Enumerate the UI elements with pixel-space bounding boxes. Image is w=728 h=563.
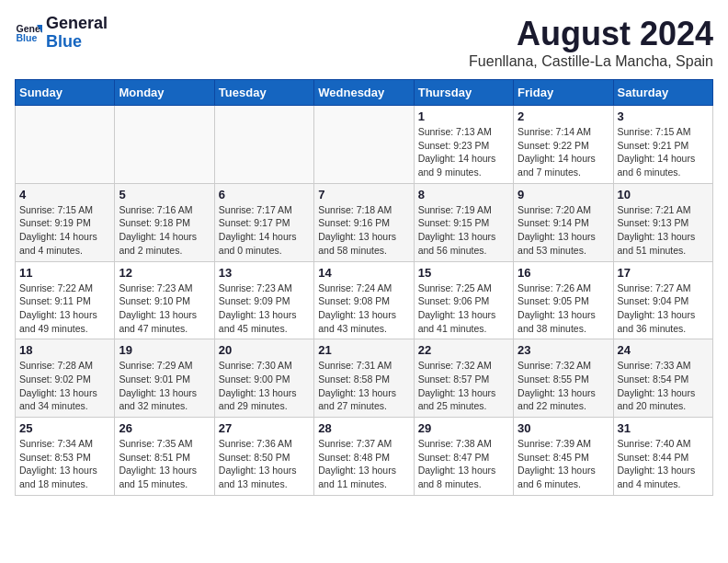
day-info: Sunrise: 7:26 AM Sunset: 9:05 PM Dayligh… (518, 282, 609, 336)
day-number: 21 (318, 343, 409, 357)
day-number: 5 (119, 188, 210, 201)
calendar-cell: 13Sunrise: 7:23 AM Sunset: 9:09 PM Dayli… (214, 261, 313, 339)
day-number: 15 (418, 266, 509, 280)
day-number: 8 (418, 188, 509, 201)
day-info: Sunrise: 7:27 AM Sunset: 9:04 PM Dayligh… (618, 282, 709, 336)
day-number: 10 (618, 188, 709, 201)
day-number: 3 (618, 109, 709, 123)
calendar-cell: 9Sunrise: 7:20 AM Sunset: 9:14 PM Daylig… (514, 183, 613, 261)
calendar-cell (115, 106, 214, 184)
calendar-cell: 11Sunrise: 7:22 AM Sunset: 9:11 PM Dayli… (16, 261, 115, 339)
day-info: Sunrise: 7:35 AM Sunset: 8:51 PM Dayligh… (119, 437, 210, 491)
day-info: Sunrise: 7:18 AM Sunset: 9:16 PM Dayligh… (318, 203, 409, 258)
day-of-week-thursday: Thursday (414, 80, 513, 106)
day-info: Sunrise: 7:39 AM Sunset: 8:45 PM Dayligh… (518, 437, 609, 491)
day-info: Sunrise: 7:22 AM Sunset: 9:11 PM Dayligh… (19, 282, 110, 336)
logo: General Blue General Blue (15, 15, 108, 52)
day-info: Sunrise: 7:15 AM Sunset: 9:19 PM Dayligh… (19, 203, 110, 258)
calendar-cell: 3Sunrise: 7:15 AM Sunset: 9:21 PM Daylig… (613, 106, 712, 184)
day-number: 6 (219, 188, 310, 201)
day-number: 26 (119, 421, 210, 435)
day-number: 31 (618, 421, 709, 435)
calendar-cell: 24Sunrise: 7:33 AM Sunset: 8:54 PM Dayli… (613, 339, 712, 418)
day-number: 25 (19, 421, 110, 435)
calendar-cell: 23Sunrise: 7:32 AM Sunset: 8:55 PM Dayli… (514, 339, 613, 418)
day-number: 24 (618, 343, 709, 357)
day-number: 30 (518, 421, 609, 435)
day-info: Sunrise: 7:23 AM Sunset: 9:09 PM Dayligh… (219, 282, 310, 336)
day-info: Sunrise: 7:33 AM Sunset: 8:54 PM Dayligh… (618, 359, 709, 413)
day-number: 13 (219, 266, 310, 280)
calendar-cell: 6Sunrise: 7:17 AM Sunset: 9:17 PM Daylig… (214, 183, 313, 261)
calendar: SundayMondayTuesdayWednesdayThursdayFrid… (15, 79, 713, 496)
day-info: Sunrise: 7:25 AM Sunset: 9:06 PM Dayligh… (418, 282, 509, 336)
day-info: Sunrise: 7:13 AM Sunset: 9:23 PM Dayligh… (418, 125, 509, 179)
day-number: 27 (219, 421, 310, 435)
calendar-cell: 17Sunrise: 7:27 AM Sunset: 9:04 PM Dayli… (613, 261, 712, 339)
day-info: Sunrise: 7:30 AM Sunset: 9:00 PM Dayligh… (219, 359, 310, 413)
calendar-week-5: 25Sunrise: 7:34 AM Sunset: 8:53 PM Dayli… (16, 418, 713, 496)
calendar-cell: 21Sunrise: 7:31 AM Sunset: 8:58 PM Dayli… (314, 339, 414, 418)
day-number: 22 (418, 343, 509, 357)
day-of-week-saturday: Saturday (613, 80, 712, 106)
day-number: 1 (418, 109, 509, 123)
header: General Blue General Blue August 2024 Fu… (15, 15, 713, 70)
calendar-cell: 26Sunrise: 7:35 AM Sunset: 8:51 PM Dayli… (115, 418, 214, 496)
calendar-cell: 22Sunrise: 7:32 AM Sunset: 8:57 PM Dayli… (414, 339, 513, 418)
calendar-week-3: 11Sunrise: 7:22 AM Sunset: 9:11 PM Dayli… (16, 261, 713, 339)
day-number: 29 (418, 421, 509, 435)
day-info: Sunrise: 7:28 AM Sunset: 9:02 PM Dayligh… (19, 359, 110, 413)
day-info: Sunrise: 7:23 AM Sunset: 9:10 PM Dayligh… (119, 282, 210, 336)
day-info: Sunrise: 7:36 AM Sunset: 8:50 PM Dayligh… (219, 437, 310, 491)
calendar-cell: 5Sunrise: 7:16 AM Sunset: 9:18 PM Daylig… (115, 183, 214, 261)
location: Fuenllana, Castille-La Mancha, Spain (469, 53, 713, 70)
calendar-cell (314, 106, 414, 184)
day-info: Sunrise: 7:17 AM Sunset: 9:17 PM Dayligh… (219, 203, 310, 258)
calendar-week-4: 18Sunrise: 7:28 AM Sunset: 9:02 PM Dayli… (16, 339, 713, 418)
day-info: Sunrise: 7:24 AM Sunset: 9:08 PM Dayligh… (318, 282, 409, 336)
day-of-week-monday: Monday (115, 80, 214, 106)
calendar-cell: 7Sunrise: 7:18 AM Sunset: 9:16 PM Daylig… (314, 183, 414, 261)
calendar-cell: 15Sunrise: 7:25 AM Sunset: 9:06 PM Dayli… (414, 261, 513, 339)
day-number: 18 (19, 343, 110, 357)
day-info: Sunrise: 7:19 AM Sunset: 9:15 PM Dayligh… (418, 203, 509, 258)
day-info: Sunrise: 7:32 AM Sunset: 8:57 PM Dayligh… (418, 359, 509, 413)
calendar-cell: 28Sunrise: 7:37 AM Sunset: 8:48 PM Dayli… (314, 418, 414, 496)
calendar-cell: 10Sunrise: 7:21 AM Sunset: 9:13 PM Dayli… (613, 183, 712, 261)
day-number: 16 (518, 266, 609, 280)
logo-blue: Blue (46, 33, 108, 52)
day-info: Sunrise: 7:20 AM Sunset: 9:14 PM Dayligh… (518, 203, 609, 258)
calendar-cell: 30Sunrise: 7:39 AM Sunset: 8:45 PM Dayli… (514, 418, 613, 496)
day-number: 23 (518, 343, 609, 357)
day-of-week-friday: Friday (514, 80, 613, 106)
day-info: Sunrise: 7:15 AM Sunset: 9:21 PM Dayligh… (618, 125, 709, 179)
day-info: Sunrise: 7:32 AM Sunset: 8:55 PM Dayligh… (518, 359, 609, 413)
day-number: 20 (219, 343, 310, 357)
calendar-cell: 27Sunrise: 7:36 AM Sunset: 8:50 PM Dayli… (214, 418, 313, 496)
day-info: Sunrise: 7:38 AM Sunset: 8:47 PM Dayligh… (418, 437, 509, 491)
calendar-cell: 31Sunrise: 7:40 AM Sunset: 8:44 PM Dayli… (613, 418, 712, 496)
day-of-week-sunday: Sunday (16, 80, 115, 106)
day-number: 28 (318, 421, 409, 435)
calendar-cell: 16Sunrise: 7:26 AM Sunset: 9:05 PM Dayli… (514, 261, 613, 339)
calendar-cell: 4Sunrise: 7:15 AM Sunset: 9:19 PM Daylig… (16, 183, 115, 261)
calendar-week-1: 1Sunrise: 7:13 AM Sunset: 9:23 PM Daylig… (16, 106, 713, 184)
calendar-header-row: SundayMondayTuesdayWednesdayThursdayFrid… (16, 80, 713, 106)
day-info: Sunrise: 7:14 AM Sunset: 9:22 PM Dayligh… (518, 125, 609, 179)
day-info: Sunrise: 7:31 AM Sunset: 8:58 PM Dayligh… (318, 359, 409, 413)
day-number: 11 (19, 266, 110, 280)
day-info: Sunrise: 7:21 AM Sunset: 9:13 PM Dayligh… (618, 203, 709, 258)
logo-general: General (46, 15, 108, 33)
day-info: Sunrise: 7:16 AM Sunset: 9:18 PM Dayligh… (119, 203, 210, 258)
day-number: 17 (618, 266, 709, 280)
calendar-cell (16, 106, 115, 184)
svg-text:Blue: Blue (17, 32, 38, 43)
day-of-week-tuesday: Tuesday (214, 80, 313, 106)
calendar-cell: 20Sunrise: 7:30 AM Sunset: 9:00 PM Dayli… (214, 339, 313, 418)
month-year: August 2024 (469, 15, 713, 53)
calendar-cell: 1Sunrise: 7:13 AM Sunset: 9:23 PM Daylig… (414, 106, 513, 184)
day-of-week-wednesday: Wednesday (314, 80, 414, 106)
day-info: Sunrise: 7:34 AM Sunset: 8:53 PM Dayligh… (19, 437, 110, 491)
day-info: Sunrise: 7:37 AM Sunset: 8:48 PM Dayligh… (318, 437, 409, 491)
day-number: 7 (318, 188, 409, 201)
